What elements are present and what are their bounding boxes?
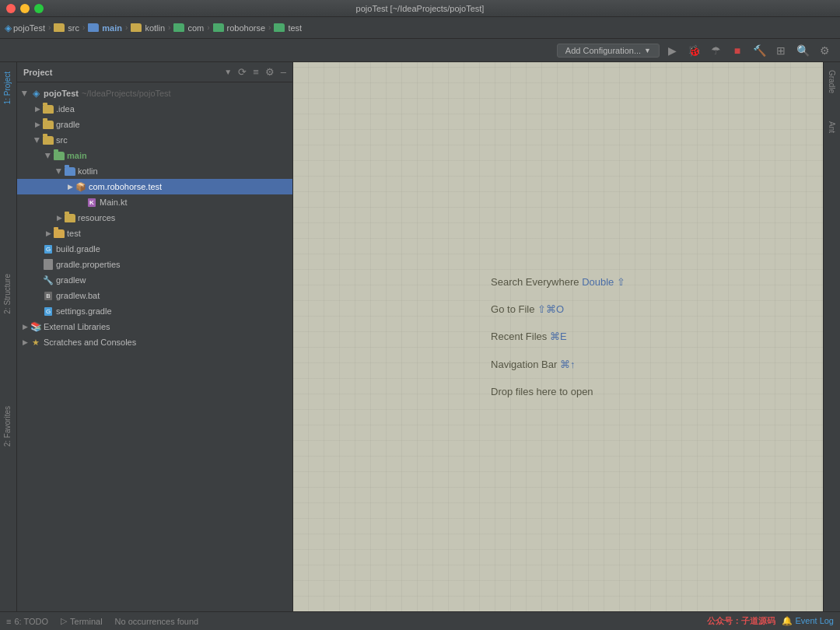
settings-button[interactable]: ⚙ (815, 41, 834, 60)
tree-item-label: Scratches and Consoles (44, 338, 136, 347)
coverage-button[interactable]: ☂ (706, 41, 725, 60)
sidebar-tab-structure[interactable]: 2: Structure (0, 268, 16, 320)
folder-icon (42, 118, 54, 131)
tree-item-label: test (67, 229, 81, 238)
tree-arrow: ▶ (33, 120, 42, 129)
project-panel-title: Project (23, 68, 218, 77)
nav-sep-2: › (82, 23, 85, 32)
nav-label: pojoTest (13, 23, 45, 33)
folder-icon (213, 23, 224, 32)
hint-search-everywhere: Search Everywhere Double ⇧ (491, 273, 625, 291)
run-button[interactable]: ▶ (663, 41, 681, 60)
right-tab-ant[interactable]: Ant (826, 117, 838, 138)
nav-item-com[interactable]: com (173, 23, 204, 33)
tree-item-root[interactable]: ▶ ◈ pojoTest ~/IdeaProjects/pojoTest (17, 86, 292, 101)
debug-button[interactable]: 🐞 (684, 41, 703, 60)
window-controls (6, 4, 44, 13)
nav-bar: ◈ pojoTest › src › main › kotlin › com ›… (0, 17, 840, 39)
scratches-icon: ★ (30, 336, 42, 348)
sdk-button[interactable]: ⊞ (772, 41, 790, 60)
left-sidebar: 1: Project 2: Structure 2: Favorites (0, 62, 17, 611)
nav-item-main[interactable]: main (88, 23, 122, 33)
tree-item-resources[interactable]: ▶ resources (17, 210, 292, 226)
tree-arrow: ▶ (20, 89, 30, 98)
nav-item-src[interactable]: src (54, 23, 79, 33)
status-right-area: 公众号：子道源码 🔔 Event Log (707, 615, 834, 627)
tree-item-label: resources (78, 213, 115, 222)
tree-item-main[interactable]: ▶ main (17, 148, 292, 163)
add-configuration-button[interactable]: Add Configuration... ▼ (557, 44, 660, 58)
build-button[interactable]: 🔨 (750, 41, 768, 60)
hint-recent-files: Recent Files ⌘E (491, 327, 625, 345)
status-terminal[interactable]: ▷ Terminal (61, 616, 103, 626)
gradle-icon: G (42, 305, 54, 317)
search-button[interactable]: 🔍 (793, 41, 812, 60)
right-tab-gradle[interactable]: Gradle (826, 65, 838, 98)
tree-arrow: ▶ (44, 229, 53, 238)
toolbar: Add Configuration... ▼ ▶ 🐞 ☂ ■ 🔨 ⊞ 🔍 ⚙ (0, 39, 840, 62)
tree-item-mainkt[interactable]: ▶ K Main.kt (17, 194, 292, 210)
tree-arrow: ▶ (20, 338, 30, 347)
tree-item-src[interactable]: ▶ src (17, 132, 292, 148)
hint-drop-files: Drop files here to open (491, 383, 625, 401)
tree-arrow: ▶ (54, 213, 64, 222)
tree-item-label: gradle.properties (56, 260, 121, 269)
minimize-button[interactable] (20, 4, 30, 13)
sidebar-tab-favorites[interactable]: 2: Favorites (0, 400, 16, 453)
tree-item-label: gradlew.bat (56, 291, 100, 300)
nav-label: main (102, 23, 122, 33)
tree-view[interactable]: ▶ ◈ pojoTest ~/IdeaProjects/pojoTest ▶ .… (17, 82, 292, 611)
settings-icon[interactable]: ⚙ (265, 66, 275, 78)
tree-item-kotlin[interactable]: ▶ kotlin (17, 163, 292, 179)
tree-arrow: ▶ (20, 322, 30, 331)
tree-item-path: ~/IdeaProjects/pojoTest (82, 89, 171, 98)
nav-label: com (187, 23, 204, 33)
nav-item-robohorse[interactable]: robohorse (213, 23, 266, 33)
nav-item-test[interactable]: test (274, 23, 302, 33)
status-todo[interactable]: ≡ 6: TODO (6, 617, 48, 626)
gradle-icon: G (42, 243, 54, 255)
nav-sep-5: › (207, 23, 209, 32)
close-button[interactable] (6, 4, 16, 13)
folder-icon (173, 23, 184, 32)
tree-item-label: gradlew (56, 275, 86, 285)
package-icon: 📦 (75, 180, 87, 193)
sync-icon[interactable]: ⟳ (238, 66, 247, 78)
tree-arrow: ▶ (33, 104, 42, 114)
tree-item-gradle[interactable]: ▶ gradle (17, 117, 292, 132)
no-occurrences-text: No occurrences found (115, 617, 199, 626)
tree-item-gradlew-bat[interactable]: ▶ B gradlew.bat (17, 288, 292, 303)
tree-item-package[interactable]: ▶ 📦 com.robohorse.test (17, 179, 292, 194)
folder-icon (53, 227, 65, 240)
nav-label: kotlin (145, 23, 165, 33)
tree-item-build-gradle[interactable]: ▶ G build.gradle (17, 241, 292, 257)
nav-item-kotlin[interactable]: kotlin (131, 23, 165, 33)
tree-arrow: ▶ (44, 151, 53, 160)
tree-item-label: com.robohorse.test (89, 182, 162, 191)
tree-item-label: Main.kt (100, 198, 127, 207)
tree-item-label: build.gradle (56, 244, 100, 254)
tree-item-external-libs[interactable]: ▶ 📚 External Libraries (17, 319, 292, 334)
add-config-label: Add Configuration... (565, 46, 641, 55)
tree-item-settings-gradle[interactable]: ▶ G settings.gradle (17, 303, 292, 319)
maximize-button[interactable] (34, 4, 44, 13)
folder-source-icon (53, 149, 65, 162)
tree-item-scratches[interactable]: ▶ ★ Scratches and Consoles (17, 334, 292, 350)
todo-icon: ≡ (6, 617, 11, 626)
tree-arrow: ▶ (54, 166, 64, 176)
tree-item-test-folder[interactable]: ▶ test (17, 226, 292, 241)
nav-sep-4: › (168, 23, 170, 32)
sidebar-tab-project[interactable]: 1: Project (0, 65, 16, 110)
tree-item-label: settings.gradle (56, 306, 112, 316)
script-icon: 🔧 (42, 274, 54, 286)
close-panel-icon[interactable]: – (281, 66, 286, 78)
nav-sep-6: › (268, 23, 271, 32)
nav-item-pojotest[interactable]: ◈ pojoTest (5, 23, 45, 33)
event-log-text[interactable]: 🔔 Event Log (782, 616, 834, 626)
tree-item-gradle-props[interactable]: ▶ gradle.properties (17, 257, 292, 272)
tree-item-idea[interactable]: ▶ .idea (17, 101, 292, 117)
add-config-arrow: ▼ (644, 47, 651, 54)
tree-item-gradlew[interactable]: ▶ 🔧 gradlew (17, 272, 292, 288)
collapse-icon[interactable]: ≡ (253, 66, 259, 78)
stop-button[interactable]: ■ (728, 41, 747, 60)
